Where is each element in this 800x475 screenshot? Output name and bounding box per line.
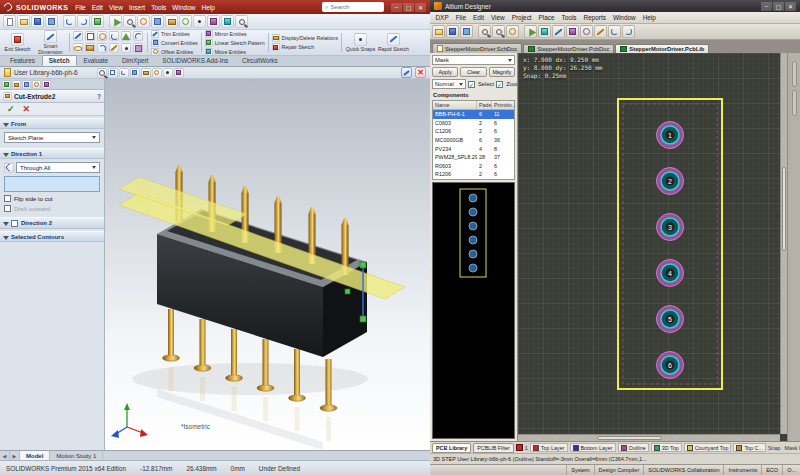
table-row[interactable]: R120626	[433, 170, 514, 179]
rectangle-icon[interactable]	[85, 31, 95, 41]
col-pads[interactable]: Pads	[477, 101, 492, 109]
redo-icon[interactable]	[622, 25, 635, 38]
mode-select[interactable]: Normal	[432, 79, 466, 89]
table-row[interactable]: R060326	[433, 162, 514, 171]
menu-dxp[interactable]: DXP	[432, 14, 452, 21]
view-orientation-icon[interactable]	[165, 15, 178, 28]
previous-view-icon[interactable]	[119, 68, 129, 78]
magnify-button[interactable]: Magnify	[489, 67, 515, 77]
open-icon[interactable]	[432, 25, 445, 38]
doc-tab-pcblib[interactable]: StepperMotorDriver.PcbLib	[615, 44, 709, 53]
pad-2[interactable]: 2	[657, 168, 684, 195]
solidworks-collaboration-button[interactable]: SOLIDWORKS Collaboration	[643, 465, 723, 475]
tab-circuitworks[interactable]: CircuitWorks	[235, 55, 285, 66]
redo-icon[interactable]	[77, 15, 90, 28]
tab-solidworks-addins[interactable]: SOLIDWORKS Add-Ins	[155, 55, 235, 66]
table-row[interactable]: PV23448	[433, 144, 514, 153]
rapid-sketch-button[interactable]: Rapid Sketch	[378, 31, 409, 54]
menu-help[interactable]: Help	[639, 14, 659, 21]
view-orientation-icon[interactable]	[141, 68, 151, 78]
undo-icon[interactable]	[63, 15, 76, 28]
select-icon[interactable]	[524, 25, 537, 38]
graphics-viewport[interactable]: *Isometric	[105, 79, 430, 450]
table-header[interactable]: Name Pads Primitiv...	[433, 101, 514, 110]
pad-3[interactable]: 3	[657, 214, 684, 241]
more-panels-button[interactable]: O...	[782, 465, 800, 475]
zoom-fit-icon[interactable]	[137, 15, 150, 28]
table-row[interactable]: C120626	[433, 127, 514, 136]
select-icon[interactable]	[109, 15, 122, 28]
pad-1[interactable]: 1	[657, 122, 684, 149]
section-view-icon[interactable]	[151, 15, 164, 28]
menu-view[interactable]: View	[487, 14, 508, 21]
tab-model[interactable]: Model	[20, 451, 50, 460]
open-icon[interactable]	[17, 15, 30, 28]
tab-features[interactable]: Features	[3, 55, 42, 66]
print-icon[interactable]	[45, 15, 58, 28]
section-view-icon[interactable]	[130, 68, 140, 78]
pad-5[interactable]: 5	[657, 306, 684, 333]
smart-dimension-button[interactable]: Smart Dimension	[35, 31, 66, 54]
place-via-icon[interactable]	[580, 25, 593, 38]
menu-reports[interactable]: Reports	[580, 14, 609, 21]
vertical-scrollbar[interactable]	[780, 53, 787, 434]
display-style-icon[interactable]	[179, 15, 192, 28]
horizontal-scrollbar[interactable]	[518, 434, 780, 441]
select-checkbox[interactable]: ✓Select	[468, 81, 494, 88]
panel-tab-pcblib-filter[interactable]: PCBLIB Filter	[473, 443, 514, 453]
from-plane-select[interactable]: Sketch Plane	[4, 132, 100, 143]
edit-appearance-icon[interactable]	[207, 15, 220, 28]
doc-tab-schematic[interactable]: StepperMotorDriver.SchDoc	[432, 43, 522, 53]
checkbox-icon[interactable]	[11, 220, 18, 227]
flip-side-checkbox-row[interactable]: Flip side to cut	[4, 195, 100, 202]
zoom-area-icon[interactable]	[108, 68, 118, 78]
menu-place[interactable]: Place	[535, 14, 558, 21]
table-row[interactable]: MC0000GB636	[433, 136, 514, 145]
menu-help[interactable]: Help	[198, 4, 217, 11]
circle-icon[interactable]	[97, 31, 107, 41]
linear-pattern-button[interactable]: Linear Sketch Pattern	[205, 39, 265, 47]
point-icon[interactable]	[121, 43, 131, 53]
table-row[interactable]: PWM28_SPL8.292837	[433, 153, 514, 162]
property-manager-tab-icon[interactable]	[12, 80, 21, 89]
layer-tab-outline[interactable]: Outline	[618, 443, 649, 452]
maximize-button[interactable]: ▢	[403, 3, 414, 12]
mirror-entities-button[interactable]: Mirror Entities	[205, 30, 265, 38]
zoom-out-icon[interactable]	[492, 25, 505, 38]
snap-button[interactable]: Snap	[768, 445, 781, 451]
spline-icon[interactable]	[133, 31, 143, 41]
pad-6[interactable]: 6	[657, 352, 684, 379]
slot-icon[interactable]	[85, 43, 95, 53]
menu-edit[interactable]: Edit	[89, 4, 106, 11]
text-icon[interactable]	[133, 43, 143, 53]
exit-sketch-button[interactable]: Exit Sketch	[2, 31, 33, 54]
display-manager-tab-icon[interactable]	[42, 80, 51, 89]
hide-show-items-icon[interactable]	[163, 68, 173, 78]
menu-window[interactable]: Window	[609, 14, 639, 21]
quick-snaps-button[interactable]: Quick Snaps	[345, 31, 376, 54]
menu-project[interactable]: Project	[508, 14, 535, 21]
place-pad-icon[interactable]	[566, 25, 579, 38]
section-direction2-header[interactable]: Direction 2	[0, 217, 104, 229]
undo-icon[interactable]	[608, 25, 621, 38]
move-icon[interactable]	[538, 25, 551, 38]
section-direction1-header[interactable]: Direction 1	[0, 148, 104, 159]
layer-tab-courtyard-top[interactable]: Courtyard Top	[684, 443, 732, 452]
menu-file[interactable]: File	[72, 4, 88, 11]
menu-tools[interactable]: Tools	[148, 4, 169, 11]
eco-button[interactable]: ECO	[761, 465, 782, 475]
fillet-icon[interactable]	[97, 43, 107, 53]
layer-tab-bottom[interactable]: Bottom Layer	[570, 443, 616, 452]
save-icon[interactable]	[446, 25, 459, 38]
save-icon[interactable]	[31, 15, 44, 28]
zoom-fit-icon[interactable]	[506, 25, 519, 38]
col-name[interactable]: Name	[433, 101, 477, 109]
hide-show-icon[interactable]	[193, 15, 206, 28]
table-row[interactable]: BBB-PH-6-1611	[433, 110, 514, 119]
layer-tab-top-c[interactable]: Top C...	[733, 443, 766, 452]
maximize-button[interactable]: ▢	[773, 2, 784, 11]
line-icon[interactable]	[73, 31, 83, 41]
doc-tab-pcbdoc[interactable]: StepperMotorDriver.PcbDoc	[523, 44, 614, 53]
measure-icon[interactable]	[594, 25, 607, 38]
display-delete-relations-button[interactable]: Display/Delete Relations	[272, 34, 339, 42]
